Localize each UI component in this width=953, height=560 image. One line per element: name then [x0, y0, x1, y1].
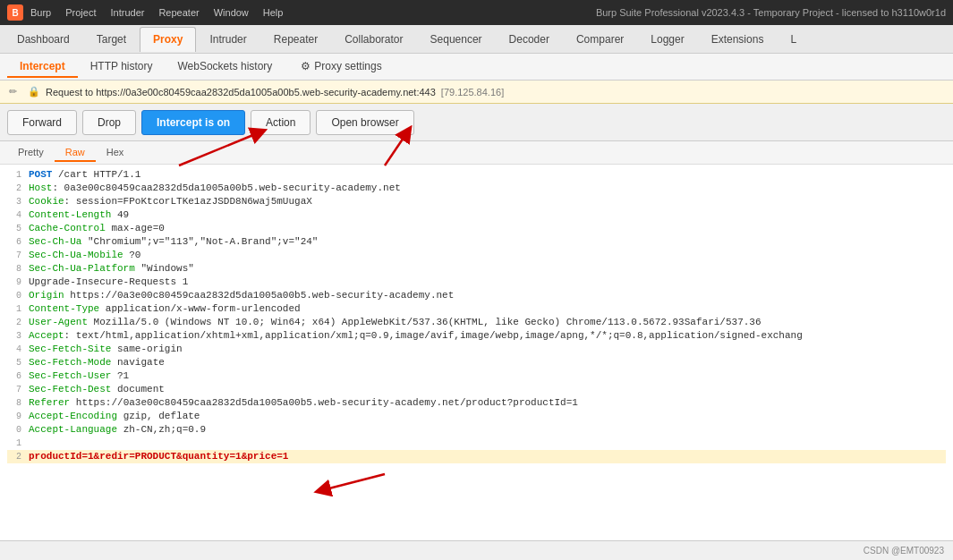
- app-window: B Burp Project Intruder Repeater Window …: [0, 0, 953, 560]
- nav-tab-intruder[interactable]: Intruder: [196, 27, 260, 52]
- request-url: Request to https://0a3e00c80459caa2832d5…: [46, 87, 436, 98]
- request-content-area[interactable]: 1POST /cart HTTP/1.12Host: 0a3e00c80459c…: [0, 165, 953, 540]
- line-content: Sec-Ch-Ua-Mobile ?0: [29, 249, 946, 262]
- request-line-10: 1Content-Type application/x-www-form-url…: [7, 302, 946, 316]
- nav-tab-l[interactable]: L: [777, 27, 810, 52]
- line-content: Sec-Ch-Ua-Platform "Windows": [29, 262, 946, 276]
- request-line-6: 7Sec-Ch-Ua-Mobile ?0: [7, 249, 946, 262]
- request-line-3: 4Content-Length 49: [7, 208, 946, 222]
- intercept-toggle-button[interactable]: Intercept is on: [141, 110, 245, 135]
- line-number: 4: [7, 208, 21, 222]
- format-tabs: Pretty Raw Hex: [0, 141, 953, 165]
- line-number: 9: [7, 276, 21, 289]
- nav-tab-extensions[interactable]: Extensions: [698, 27, 778, 52]
- line-number: 0: [7, 289, 21, 302]
- line-content: Content-Type application/x-www-form-urle…: [29, 302, 946, 316]
- format-tab-pretty[interactable]: Pretty: [7, 144, 55, 162]
- forward-button[interactable]: Forward: [7, 110, 77, 135]
- request-line-9: 0Origin https://0a3e00c80459caa2832d5da1…: [7, 289, 946, 302]
- main-nav: Dashboard Target Proxy Intruder Repeater…: [0, 25, 953, 54]
- request-line-11: 2User-Agent Mozilla/5.0 (Windows NT 10.0…: [7, 316, 946, 329]
- line-content: Cache-Control max-age=0: [29, 222, 946, 235]
- nav-tab-dashboard[interactable]: Dashboard: [4, 27, 83, 52]
- line-number: 3: [7, 329, 21, 343]
- nav-tab-sequencer[interactable]: Sequencer: [417, 27, 496, 52]
- status-bar: CSDN @EMT00923: [0, 540, 953, 560]
- request-line-16: 7Sec-Fetch-Dest document: [7, 383, 946, 396]
- status-text: CSDN @EMT00923: [864, 546, 944, 556]
- request-line-2: 3Cookie: session=FPoKtcorLTKe1azJSDD8N6w…: [7, 195, 946, 208]
- request-line-1: 2Host: 0a3e00c80459caa2832d5da1005a00b5.…: [7, 182, 946, 195]
- menu-burp[interactable]: Burp: [30, 7, 51, 18]
- request-ip: [79.125.84.16]: [441, 87, 504, 98]
- request-line-4: 5Cache-Control max-age=0: [7, 222, 946, 235]
- request-line-17: 8Referer https://0a3e00c80459caa2832d5da…: [7, 396, 946, 410]
- request-info-bar: ✏ 🔒 Request to https://0a3e00c80459caa28…: [0, 81, 953, 104]
- request-line-8: 9Upgrade-Insecure-Requests 1: [7, 276, 946, 289]
- burp-icon: B: [7, 4, 23, 21]
- format-tab-hex[interactable]: Hex: [96, 144, 135, 162]
- sub-tab-proxy-settings[interactable]: Proxy settings: [288, 56, 394, 78]
- line-content: productId=1&redir=PRODUCT&quantity=1&pri…: [29, 450, 946, 463]
- line-number: 1: [7, 437, 21, 450]
- line-number: 5: [7, 222, 21, 235]
- action-button[interactable]: Action: [251, 110, 311, 135]
- menu-repeater[interactable]: Repeater: [158, 7, 199, 18]
- request-line-20: 1: [7, 437, 946, 450]
- menu-window[interactable]: Window: [214, 7, 249, 18]
- request-line-19: 0Accept-Language zh-CN,zh;q=0.9: [7, 423, 946, 437]
- line-number: 9: [7, 410, 21, 423]
- open-browser-button[interactable]: Open browser: [316, 110, 413, 135]
- line-content: Sec-Fetch-Mode navigate: [29, 356, 946, 369]
- request-line-15: 6Sec-Fetch-User ?1: [7, 369, 946, 383]
- line-content: Content-Length 49: [29, 208, 946, 222]
- nav-tab-target[interactable]: Target: [83, 27, 140, 52]
- request-line-13: 4Sec-Fetch-Site same-origin: [7, 343, 946, 356]
- line-number: 3: [7, 195, 21, 208]
- format-tab-raw[interactable]: Raw: [55, 144, 96, 162]
- line-content: [29, 437, 946, 450]
- line-number: 6: [7, 369, 21, 383]
- line-number: 7: [7, 383, 21, 396]
- line-number: 7: [7, 249, 21, 262]
- request-line-18: 9Accept-Encoding gzip, deflate: [7, 410, 946, 423]
- line-number: 1: [7, 168, 21, 182]
- line-content: Referer https://0a3e00c80459caa2832d5da1…: [29, 396, 946, 410]
- lock-icon: 🔒: [28, 86, 40, 98]
- sub-tab-intercept[interactable]: Intercept: [7, 56, 78, 78]
- intercept-toolbar: Forward Drop Intercept is on Action Open…: [0, 104, 953, 141]
- request-line-14: 5Sec-Fetch-Mode navigate: [7, 356, 946, 369]
- line-content: POST /cart HTTP/1.1: [29, 168, 946, 182]
- line-content: Host: 0a3e00c80459caa2832d5da1005a00b5.w…: [29, 182, 946, 195]
- nav-tab-logger[interactable]: Logger: [637, 27, 697, 52]
- line-content: User-Agent Mozilla/5.0 (Windows NT 10.0;…: [29, 316, 946, 329]
- line-content: Origin https://0a3e00c80459caa2832d5da10…: [29, 289, 946, 302]
- line-number: 2: [7, 316, 21, 329]
- nav-tab-collaborator[interactable]: Collaborator: [331, 27, 416, 52]
- gear-icon: [301, 60, 311, 72]
- line-number: 1: [7, 302, 21, 316]
- menu-intruder[interactable]: Intruder: [111, 7, 145, 18]
- line-number: 8: [7, 396, 21, 410]
- sub-tab-ws-history[interactable]: WebSockets history: [165, 56, 285, 78]
- line-number: 0: [7, 423, 21, 437]
- nav-tab-repeater[interactable]: Repeater: [260, 27, 331, 52]
- line-content: Cookie: session=FPoKtcorLTKe1azJSDD8N6wa…: [29, 195, 946, 208]
- menu-help[interactable]: Help: [263, 7, 284, 18]
- menu-project[interactable]: Project: [65, 7, 96, 18]
- line-number: 4: [7, 343, 21, 356]
- edit-icon: ✏: [9, 86, 17, 98]
- line-content: Upgrade-Insecure-Requests 1: [29, 276, 946, 289]
- request-line-0: 1POST /cart HTTP/1.1: [7, 168, 946, 182]
- menu-bar: Burp Project Intruder Repeater Window He…: [30, 7, 283, 18]
- nav-tab-decoder[interactable]: Decoder: [496, 27, 563, 52]
- request-line-7: 8Sec-Ch-Ua-Platform "Windows": [7, 262, 946, 276]
- line-content: Sec-Ch-Ua "Chromium";v="113","Not-A.Bran…: [29, 235, 946, 249]
- nav-tab-comparer[interactable]: Comparer: [563, 27, 637, 52]
- nav-tab-proxy[interactable]: Proxy: [140, 27, 196, 52]
- sub-tab-http-history[interactable]: HTTP history: [78, 56, 166, 78]
- line-content: Accept: text/html,application/xhtml+xml,…: [29, 329, 946, 343]
- drop-button[interactable]: Drop: [82, 110, 136, 135]
- request-line-21: 2productId=1&redir=PRODUCT&quantity=1&pr…: [7, 450, 946, 463]
- title-bar: B Burp Project Intruder Repeater Window …: [0, 0, 953, 25]
